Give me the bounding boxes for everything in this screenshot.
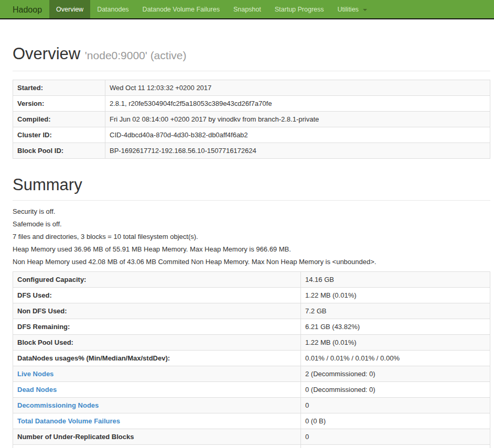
row-label: Cluster ID:	[13, 127, 105, 143]
decommissioning-nodes-link[interactable]: Decommissioning Nodes	[17, 401, 99, 409]
row-value: 2 (Decommissioned: 0)	[301, 366, 490, 382]
table-row: Configured Capacity: 14.16 GB	[13, 272, 490, 288]
page-content: Overview 'node0:9000' (active) Started: …	[13, 43, 490, 448]
row-label: Decommissioning Nodes	[13, 398, 301, 413]
row-value: Wed Oct 11 12:03:32 +0200 2017	[105, 80, 490, 96]
table-row: Block Pool ID: BP-1692617712-192.168.56.…	[13, 143, 490, 159]
row-label: Started:	[13, 80, 105, 96]
row-label: DFS Used:	[13, 288, 301, 303]
table-row: Live Nodes 2 (Decommissioned: 0)	[13, 366, 490, 382]
table-row: DataNodes usages% (Min/Median/Max/stdDev…	[13, 351, 490, 366]
table-row: Decommissioning Nodes 0	[13, 398, 490, 413]
table-row: Total Datanode Volume Failures 0 (0 B)	[13, 413, 490, 429]
nav-tab-label: Snapshot	[233, 6, 261, 13]
page-title: Overview 'node0:9000' (active)	[13, 43, 490, 66]
nav-dropdown-utilities[interactable]: Utilities	[331, 0, 374, 18]
total-datanode-volume-failures-link[interactable]: Total Datanode Volume Failures	[17, 417, 120, 425]
caret-down-icon	[363, 9, 367, 11]
navbar-brand[interactable]: Hadoop	[0, 0, 49, 18]
row-value: 1.22 MB (0.01%)	[301, 335, 490, 351]
row-label: Version:	[13, 96, 105, 112]
table-row: Started: Wed Oct 11 12:03:32 +0200 2017	[13, 80, 490, 96]
row-value: 0	[301, 445, 490, 448]
row-value: 0 (Decommissioned: 0)	[301, 382, 490, 398]
navbar-menu: Overview Datanodes Datanode Volume Failu…	[49, 0, 374, 18]
table-row: Compiled: Fri Jun 02 08:14:00 +0200 2017…	[13, 112, 490, 127]
summary-paragraph: Heap Memory used 36.96 MB of 55.91 MB He…	[13, 246, 490, 253]
table-row: DFS Remaining: 6.21 GB (43.82%)	[13, 319, 490, 335]
table-row: Version: 2.8.1, r20fe5304904fc2f5a18053c…	[13, 96, 490, 112]
nav-tab-datanodes[interactable]: Datanodes	[90, 0, 135, 18]
row-label: Block Pool ID:	[13, 143, 105, 159]
summary-title: Summary	[13, 174, 490, 195]
nav-tab-label: Datanode Volume Failures	[143, 6, 220, 13]
nav-tab-label: Startup Progress	[275, 6, 324, 13]
row-value: 7.2 GB	[301, 303, 490, 319]
row-value: 1.22 MB (0.01%)	[301, 288, 490, 303]
row-value: 6.21 GB (43.82%)	[301, 319, 490, 335]
table-row: Dead Nodes 0 (Decommissioned: 0)	[13, 382, 490, 398]
table-row: Number of Under-Replicated Blocks 0	[13, 429, 490, 445]
table-row: Number of Blocks Pending Deletion 0	[13, 445, 490, 448]
live-nodes-link[interactable]: Live Nodes	[17, 370, 53, 378]
nav-tab-label: Utilities	[338, 6, 359, 13]
row-value: Fri Jun 02 08:14:00 +0200 2017 by vinodk…	[105, 112, 490, 127]
nav-tab-snapshot[interactable]: Snapshot	[227, 0, 268, 18]
row-label: Block Pool Used:	[13, 335, 301, 351]
nav-tab-overview[interactable]: Overview	[49, 0, 90, 18]
row-label: Dead Nodes	[13, 382, 301, 398]
dead-nodes-link[interactable]: Dead Nodes	[17, 386, 57, 394]
nav-tab-datanode-volume-failures[interactable]: Datanode Volume Failures	[136, 0, 227, 18]
row-value: BP-1692617712-192.168.56.10-150771617262…	[105, 143, 490, 159]
nav-tab-startup-progress[interactable]: Startup Progress	[268, 0, 331, 18]
row-label: DFS Remaining:	[13, 319, 301, 335]
summary-paragraph: 7 files and directories, 3 blocks = 10 t…	[13, 233, 490, 241]
summary-paragraphs: Security is off. Safemode is off. 7 file…	[13, 208, 490, 266]
page-title-text: Overview	[13, 45, 80, 63]
row-label: Number of Blocks Pending Deletion	[13, 445, 301, 448]
summary-header: Summary	[13, 174, 490, 201]
page-subtitle: 'node0:9000' (active)	[85, 49, 187, 61]
summary-table: Configured Capacity: 14.16 GB DFS Used: …	[13, 271, 490, 448]
row-label: Compiled:	[13, 112, 105, 127]
row-value: 0.01% / 0.01% / 0.01% / 0.00%	[301, 351, 490, 366]
row-label: DataNodes usages% (Min/Median/Max/stdDev…	[13, 351, 301, 366]
overview-header: Overview 'node0:9000' (active)	[13, 43, 490, 71]
row-value: 2.8.1, r20fe5304904fc2f5a18053c389e43cd2…	[105, 96, 490, 112]
table-row: DFS Used: 1.22 MB (0.01%)	[13, 288, 490, 303]
summary-paragraph: Non Heap Memory used 42.08 MB of 43.06 M…	[13, 258, 490, 266]
overview-table: Started: Wed Oct 11 12:03:32 +0200 2017 …	[13, 80, 490, 159]
row-label: Live Nodes	[13, 366, 301, 382]
table-row: Non DFS Used: 7.2 GB	[13, 303, 490, 319]
row-label: Total Datanode Volume Failures	[13, 413, 301, 429]
row-value: 0	[301, 429, 490, 445]
row-value: 0	[301, 398, 490, 413]
summary-paragraph: Safemode is off.	[13, 221, 490, 228]
row-value: 0 (0 B)	[301, 413, 490, 429]
row-value: 14.16 GB	[301, 272, 490, 288]
navbar: Hadoop Overview Datanodes Datanode Volum…	[0, 0, 494, 19]
row-value: CID-4dbcd40a-870d-4d30-b382-db0aff4f6ab2	[105, 127, 490, 143]
row-label: Configured Capacity:	[13, 272, 301, 288]
nav-tab-label: Overview	[56, 6, 83, 13]
nav-tab-label: Datanodes	[97, 6, 128, 13]
row-label: Non DFS Used:	[13, 303, 301, 319]
row-label: Number of Under-Replicated Blocks	[13, 429, 301, 445]
table-row: Block Pool Used: 1.22 MB (0.01%)	[13, 335, 490, 351]
table-row: Cluster ID: CID-4dbcd40a-870d-4d30-b382-…	[13, 127, 490, 143]
summary-paragraph: Security is off.	[13, 208, 490, 215]
